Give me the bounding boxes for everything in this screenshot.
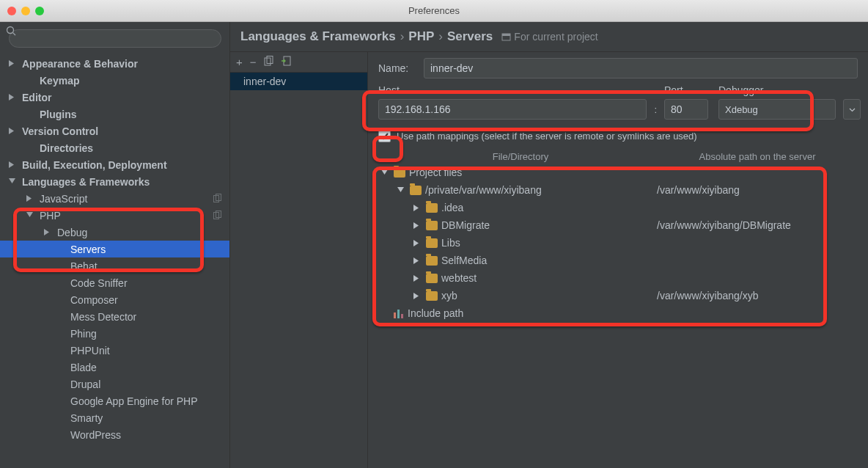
settings-sidebar: Appearance & BehaviorKeymapEditorPlugins… xyxy=(0,22,230,468)
search-input[interactable] xyxy=(9,29,221,48)
disclosure-down-icon[interactable] xyxy=(397,187,406,194)
disclosure-right-icon[interactable] xyxy=(9,94,19,100)
sidebar-item[interactable]: Blade xyxy=(0,359,229,376)
sidebar-item[interactable]: Google App Engine for PHP xyxy=(0,392,229,409)
disclosure-down-icon[interactable] xyxy=(26,212,37,219)
disclosure-down-icon[interactable] xyxy=(381,169,390,176)
port-label: Port xyxy=(664,84,708,96)
sidebar-item-label: Editor xyxy=(22,92,51,103)
sidebar-item[interactable]: Keymap xyxy=(0,72,229,89)
mapping-row[interactable]: /private/var/www/xiyibang/var/www/xiyiba… xyxy=(378,181,858,199)
sidebar-item[interactable]: Composer xyxy=(0,291,229,308)
host-port-sep: : xyxy=(651,104,660,120)
server-list-panel: + − inner-dev xyxy=(230,52,368,468)
sidebar-item-label: WordPress xyxy=(70,429,121,441)
mapping-remote-path[interactable]: /var/www/xiyibang xyxy=(657,184,740,196)
name-input[interactable] xyxy=(424,58,858,78)
sidebar-item-label: Plugins xyxy=(40,109,77,120)
mapping-remote-path[interactable]: /var/www/xiyibang/xyb xyxy=(657,290,759,301)
mapping-row[interactable]: SelfMedia xyxy=(378,252,858,269)
sidebar-item-label: PHP xyxy=(40,210,61,222)
sidebar-item[interactable]: WordPress xyxy=(0,426,229,443)
disclosure-right-icon[interactable] xyxy=(413,293,422,299)
copy-scope-icon xyxy=(213,193,222,205)
sidebar-item[interactable]: PHPUnit xyxy=(0,342,229,359)
sidebar-item[interactable]: Servers xyxy=(0,241,229,257)
disclosure-right-icon[interactable] xyxy=(413,257,422,264)
breadcrumb: Languages & Frameworks › PHP › Servers F… xyxy=(230,22,868,52)
sidebar-item[interactable]: Smarty xyxy=(0,409,229,426)
sidebar-item[interactable]: Mess Detector xyxy=(0,308,229,325)
sidebar-item-label: Smarty xyxy=(70,412,103,424)
disclosure-right-icon[interactable] xyxy=(44,229,54,235)
sidebar-item-label: Appearance & Behavior xyxy=(22,58,138,70)
sidebar-item[interactable]: Directories xyxy=(0,139,229,156)
sidebar-item[interactable]: Code Sniffer xyxy=(0,274,229,291)
sidebar-item[interactable]: Drupal xyxy=(0,376,229,392)
mapping-row[interactable]: xyb/var/www/xiyibang/xyb xyxy=(378,287,858,304)
sidebar-item[interactable]: Languages & Frameworks xyxy=(0,173,229,190)
import-server-button[interactable] xyxy=(282,56,292,68)
disclosure-right-icon[interactable] xyxy=(9,60,19,67)
port-input[interactable] xyxy=(664,99,708,120)
debugger-dropdown-button[interactable] xyxy=(843,99,861,120)
server-item[interactable]: inner-dev xyxy=(230,73,367,90)
sidebar-item-label: Behat xyxy=(70,260,98,272)
sidebar-item[interactable]: Appearance & Behavior xyxy=(0,55,229,72)
breadcrumb-seg: Servers xyxy=(447,29,493,44)
add-server-button[interactable]: + xyxy=(236,56,243,68)
sidebar-item[interactable]: Plugins xyxy=(0,106,229,123)
debugger-select[interactable]: Xdebug xyxy=(718,99,836,120)
search-wrap xyxy=(0,22,229,52)
server-detail-panel: Name: Host : Port Debugger xyxy=(368,52,868,468)
disclosure-down-icon[interactable] xyxy=(9,178,19,185)
mapping-remote-path[interactable]: /var/www/xiyibang/DBMigrate xyxy=(657,219,791,231)
sidebar-item[interactable]: Version Control xyxy=(0,123,229,139)
mapping-local-path: SelfMedia xyxy=(441,255,487,266)
sidebar-item-label: Mess Detector xyxy=(70,311,136,323)
sidebar-item[interactable]: Build, Execution, Deployment xyxy=(0,156,229,173)
sidebar-item-label: Debug xyxy=(57,227,87,238)
svg-rect-9 xyxy=(267,56,273,64)
disclosure-right-icon[interactable] xyxy=(413,205,422,211)
library-icon xyxy=(394,308,404,318)
mapping-row[interactable]: webtest xyxy=(378,269,858,287)
mapping-local-path: xyb xyxy=(441,290,457,301)
sidebar-item-label: Blade xyxy=(70,362,97,373)
host-input[interactable] xyxy=(378,99,647,120)
disclosure-right-icon[interactable] xyxy=(9,161,19,168)
mapping-row[interactable]: Include path xyxy=(378,304,858,322)
mapping-row[interactable]: Project files xyxy=(378,164,858,181)
breadcrumb-sep: › xyxy=(438,29,443,44)
chevron-down-icon xyxy=(849,106,856,113)
mapping-row[interactable]: Libs xyxy=(378,234,858,252)
window-title: Preferences xyxy=(408,5,460,16)
content-area: Languages & Frameworks › PHP › Servers F… xyxy=(230,22,868,468)
disclosure-right-icon[interactable] xyxy=(413,240,422,246)
sidebar-item[interactable]: PHP xyxy=(0,207,229,224)
sidebar-item[interactable]: Debug xyxy=(0,224,229,241)
maximize-window-button[interactable] xyxy=(35,7,44,15)
disclosure-right-icon[interactable] xyxy=(26,195,37,202)
sidebar-item[interactable]: Behat xyxy=(0,257,229,274)
remove-server-button[interactable]: − xyxy=(250,56,257,68)
traffic-lights xyxy=(0,7,44,15)
disclosure-right-icon[interactable] xyxy=(413,222,422,229)
name-label: Name: xyxy=(378,62,416,74)
copy-server-button[interactable] xyxy=(264,56,274,68)
disclosure-right-icon[interactable] xyxy=(413,275,422,282)
sidebar-item[interactable]: Phing xyxy=(0,325,229,342)
path-mappings-checkbox[interactable] xyxy=(378,130,391,142)
disclosure-right-icon[interactable] xyxy=(9,128,19,134)
mapping-local-path: Project files xyxy=(409,167,462,178)
close-window-button[interactable] xyxy=(7,7,16,15)
minimize-window-button[interactable] xyxy=(21,7,30,15)
svg-rect-7 xyxy=(502,34,510,36)
map-header: File/Directory Absolute path on the serv… xyxy=(378,150,858,164)
mapping-row[interactable]: DBMigrate/var/www/xiyibang/DBMigrate xyxy=(378,216,858,234)
breadcrumb-seg: Languages & Frameworks xyxy=(240,29,396,44)
sidebar-item[interactable]: JavaScript xyxy=(0,190,229,207)
mapping-row[interactable]: .idea xyxy=(378,199,858,216)
copy-icon xyxy=(264,56,274,66)
sidebar-item[interactable]: Editor xyxy=(0,89,229,106)
